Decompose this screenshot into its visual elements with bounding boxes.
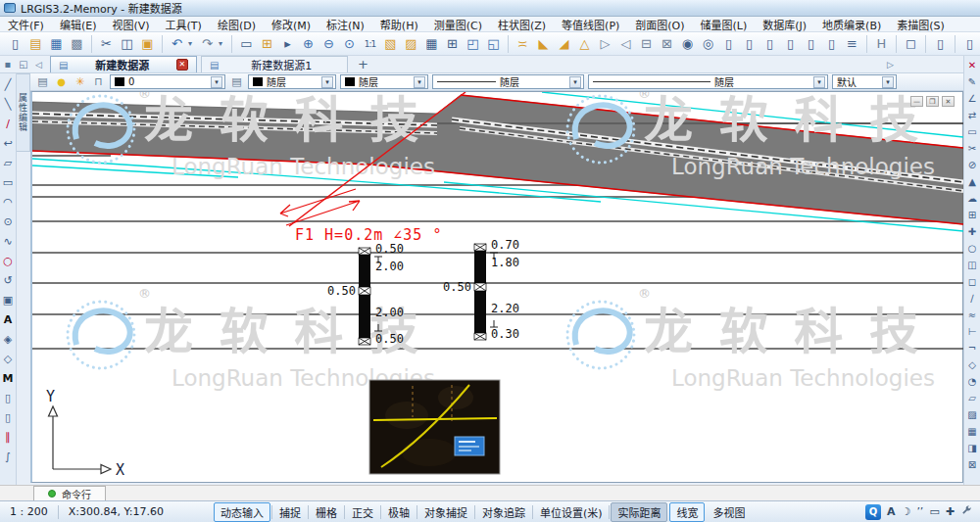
copy-icon[interactable]: ◫ [118, 34, 136, 53]
quotes-icon[interactable]: ’’ [916, 505, 923, 518]
zoom-window-icon[interactable]: ▭ [237, 34, 256, 53]
arc2-icon[interactable]: ↺ [3, 272, 12, 290]
rotate-icon[interactable]: ○ [968, 241, 977, 257]
menu-profile-map[interactable]: 剖面图(O) [635, 17, 684, 32]
doc2-icon[interactable]: ▯ [5, 409, 11, 427]
chevron-down-icon[interactable]: ▾ [882, 76, 894, 88]
cloud-icon[interactable]: ☁ [967, 191, 977, 207]
polar-toggle[interactable]: 极轴 [382, 503, 416, 521]
scale-icon[interactable]: ◻ [968, 274, 976, 290]
polygon-icon[interactable]: ▱ [4, 155, 12, 172]
array-icon[interactable]: ⊞ [968, 208, 976, 223]
save-icon[interactable]: ▦ [47, 34, 66, 53]
rectangle-icon[interactable]: ▭ [3, 174, 13, 192]
menu-histogram[interactable]: 柱状图(Z) [498, 17, 546, 32]
page4-icon[interactable]: ▯ [781, 34, 800, 53]
viewport2-icon[interactable]: ◱ [484, 34, 503, 53]
tab-scroll-left[interactable]: ◁ [31, 60, 46, 70]
open-icon[interactable]: ▤ [26, 34, 45, 53]
chevron-down-icon[interactable]: ▾ [813, 76, 825, 88]
paste-icon[interactable]: ▣ [138, 34, 157, 53]
move-icon[interactable]: ✚ [968, 224, 976, 240]
grid-toggle[interactable]: 栅格 [310, 503, 343, 521]
menu-survey-map[interactable]: 测量图(C) [434, 17, 482, 32]
properties-panel-vtab[interactable]: 属性编辑 [17, 73, 30, 152]
cut-icon[interactable]: ✂ [97, 34, 116, 53]
layer-states-icon[interactable]: ▤ [229, 75, 244, 88]
page2-icon[interactable]: ▯ [740, 34, 759, 53]
restore-icon[interactable]: ❐ [926, 96, 939, 107]
undo-caret-icon[interactable]: ▾ [188, 39, 196, 48]
multiline-icon[interactable]: ∕ [6, 116, 10, 133]
boundary-icon[interactable]: ◨ [967, 441, 976, 456]
wrench-icon[interactable] [960, 504, 972, 519]
curve-icon[interactable]: ∫ [5, 449, 11, 466]
moon-icon[interactable]: ☽ [902, 505, 911, 518]
image-insert-icon[interactable]: ▣ [3, 292, 13, 309]
menu-reserve-map[interactable]: 储量图(L) [701, 17, 748, 32]
revcloud-icon[interactable]: ↩ [3, 135, 12, 153]
flag2-icon[interactable]: ◁ [616, 34, 635, 53]
menu-help[interactable]: 帮助(H) [380, 17, 418, 32]
chevron-down-icon[interactable]: ▾ [569, 76, 581, 88]
layers-tool-icon[interactable]: ▨ [402, 34, 420, 53]
units-setting-button[interactable]: 单位设置(米) [534, 503, 609, 521]
style-combo[interactable]: 默认 ▾ [832, 74, 897, 89]
box-x-icon[interactable]: ⊠ [658, 34, 676, 53]
float-window-icon[interactable]: ◱ [16, 59, 31, 70]
region-icon[interactable]: ▱ [968, 391, 976, 406]
spline-icon[interactable]: ∿ [3, 233, 12, 251]
chevron-down-icon[interactable]: ▾ [211, 76, 222, 88]
quick-search-icon[interactable]: Q [865, 504, 881, 520]
menu-draw[interactable]: 绘图(D) [218, 17, 256, 32]
linetype-combo[interactable]: 随层 ▾ [432, 74, 584, 89]
layer-lock-icon[interactable]: ⊓ [91, 75, 106, 88]
chevron-down-icon[interactable]: ▾ [414, 76, 425, 88]
stretch-icon[interactable]: ◫ [967, 258, 976, 273]
menu-tools[interactable]: 工具(T) [166, 17, 202, 32]
mirror-icon[interactable]: ▲ [968, 174, 976, 190]
move-cross-icon[interactable]: ✚ [946, 505, 955, 518]
snap-toggle[interactable]: 捕捉 [273, 503, 307, 521]
crop-icon[interactable]: ▭ [967, 124, 976, 140]
doc-icon[interactable]: ▯ [5, 390, 11, 407]
extend-icon[interactable]: ⊢ [968, 324, 977, 340]
gradient-icon[interactable]: ▦ [967, 424, 976, 440]
menu-annotate[interactable]: 标注(N) [326, 17, 365, 32]
redo-icon[interactable]: ↷ [198, 34, 217, 53]
chamfer-icon[interactable]: ◇ [968, 357, 976, 373]
ellipse-icon[interactable]: ○ [3, 253, 13, 270]
tab-close-icon[interactable]: ✕ [176, 59, 188, 71]
menu-geo-logging[interactable]: 地质编录(B) [822, 17, 881, 32]
ortho-toggle[interactable]: 正交 [346, 503, 379, 521]
break-icon[interactable]: ⊘ [968, 158, 976, 173]
multi-view-toggle[interactable]: 多视图 [707, 503, 751, 521]
layer-freeze-sun-icon[interactable]: ✳ [73, 75, 87, 88]
page1-icon[interactable]: ▯ [719, 34, 738, 53]
zoom-extents-icon[interactable]: ⊙ [340, 34, 359, 53]
sheet-icon[interactable]: ≡ [843, 34, 861, 53]
menu-sketch-map[interactable]: 素描图(S) [897, 17, 945, 32]
box-minus-icon[interactable]: ⊟ [637, 34, 656, 53]
dynamic-input-toggle[interactable]: 动态输入 [214, 502, 270, 522]
corner-tool-icon[interactable]: ✕ [968, 58, 976, 73]
color2-combo[interactable]: 随层 ▾ [340, 74, 428, 89]
print-icon[interactable]: ▩ [68, 34, 86, 53]
object-track-toggle[interactable]: 对象追踪 [476, 503, 531, 521]
screen-icon[interactable]: ▭ [929, 505, 939, 518]
select-icon[interactable]: ▸ [278, 34, 297, 53]
drawing-canvas[interactable]: ® 龙软科技 LongRuan Technologies ® 龙软科技 Long… [30, 91, 963, 483]
mtext-icon[interactable]: M [3, 370, 14, 388]
hatch-icon[interactable]: ◈ [4, 331, 12, 349]
target-icon[interactable]: ◉ [678, 34, 697, 53]
arc-icon[interactable]: ◠ [3, 194, 13, 212]
chevron-down-icon[interactable]: ▾ [321, 76, 333, 88]
zoom-1to1-icon[interactable]: 1:1 [361, 34, 379, 53]
circle-icon[interactable]: ⊙ [3, 214, 12, 231]
layer-combo[interactable]: 0 ▾ [110, 74, 225, 89]
page3-icon[interactable]: ▯ [760, 34, 779, 53]
page6-icon[interactable]: ▯ [822, 34, 841, 53]
menu-modify[interactable]: 修改(M) [271, 17, 311, 32]
text-style-icon[interactable]: A [887, 505, 896, 518]
command-line-tab[interactable]: 命令行 [33, 486, 106, 500]
